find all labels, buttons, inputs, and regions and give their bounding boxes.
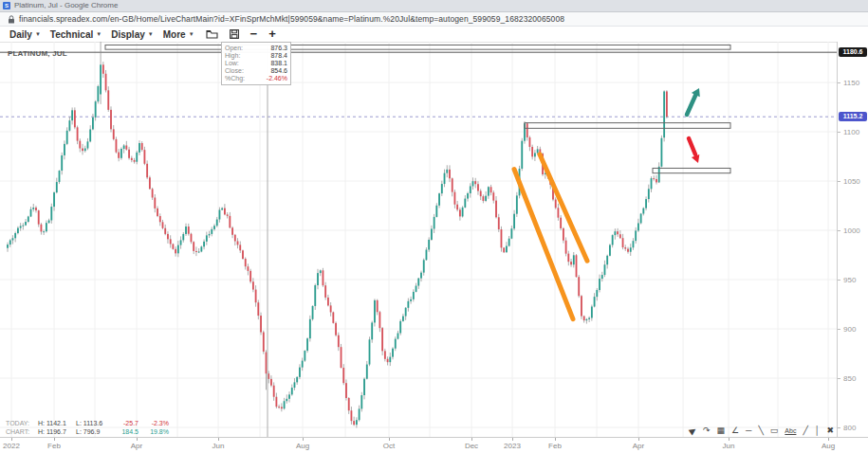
candle-up (534, 153, 536, 156)
candle-up (89, 129, 91, 141)
time-tick-label: Jun (723, 442, 735, 450)
text-tool-icon[interactable]: Abc (785, 426, 796, 436)
candle-up (216, 220, 218, 226)
time-tick-label: Apr (633, 442, 644, 450)
candle-up (633, 241, 635, 247)
candle-up (407, 301, 409, 308)
candle-down (125, 145, 127, 149)
candle-down (257, 302, 259, 316)
candle-up (537, 149, 539, 153)
candle-up (66, 131, 68, 144)
candle-down (379, 312, 381, 328)
candle-down (570, 262, 572, 264)
candle-down (157, 208, 158, 216)
open-chart-button[interactable] (206, 29, 218, 39)
browser-titlebar[interactable]: S Platinum, Jul - Google Chrome (0, 0, 868, 12)
candle-up (9, 240, 11, 245)
chart-change: 184.5 (114, 427, 139, 436)
candle-up (599, 279, 600, 290)
cursor-tool-icon[interactable]: ▶ (687, 425, 698, 437)
elbow-line-tool-icon[interactable]: ↷ (703, 426, 711, 436)
delete-tool-icon[interactable]: ✖ (826, 426, 834, 436)
candle-up (61, 155, 63, 171)
candle-down (454, 192, 456, 205)
time-tick-mark (828, 438, 829, 441)
candle-down (501, 229, 503, 247)
candle-up (71, 110, 73, 120)
chart-change-pct: 19.8% (144, 427, 169, 436)
candle-down (492, 192, 494, 200)
candle-down (191, 234, 193, 243)
menu-technical[interactable]: Technical ▼ (50, 29, 102, 40)
candle-up (614, 231, 616, 235)
candle-up (294, 382, 296, 388)
candle-up (586, 319, 588, 320)
candle-up (28, 216, 29, 222)
candle-up (100, 64, 102, 94)
price-tick-mark (838, 329, 840, 330)
price-tick-mark (838, 181, 840, 182)
candle-down (480, 190, 482, 196)
candle-up (371, 322, 373, 339)
grid-tool-icon[interactable]: ▦ (716, 426, 725, 436)
time-tick-label: Apr (131, 442, 142, 450)
menu-display[interactable]: Display ▼ (111, 29, 154, 40)
menu-more[interactable]: More ▼ (163, 29, 194, 40)
candle-down (245, 259, 247, 266)
candle-down (116, 139, 118, 153)
rectangle-tool-icon[interactable]: ▭ (770, 426, 779, 436)
chart-canvas[interactable] (0, 42, 837, 437)
ray-tool-icon[interactable]: ╱ (803, 426, 807, 436)
price-tick-mark (838, 230, 840, 231)
zoom-in-button[interactable]: + (268, 27, 276, 41)
candle-down (105, 74, 107, 91)
candle-down (260, 316, 262, 332)
candle-up (97, 86, 99, 101)
save-chart-button[interactable] (230, 29, 239, 39)
chart-toolbar: Daily ▼ Technical ▼ Display ▼ More ▼ − + (0, 27, 868, 43)
zoom-out-button[interactable]: − (250, 27, 258, 41)
candle-up (25, 222, 27, 226)
candle-up (304, 351, 305, 361)
candle-down (578, 277, 580, 296)
today-change: -25.7 (114, 419, 139, 427)
candle-down (474, 181, 476, 184)
time-tick-mark (218, 438, 219, 441)
candle-up (200, 246, 202, 251)
candle-down (558, 208, 560, 217)
tooltip-open-value: 876.3 (270, 45, 287, 52)
candle-up (413, 292, 415, 299)
url-text[interactable]: financials.spreadex.com/en-GB/Home/LiveC… (19, 14, 564, 24)
candle-up (288, 394, 290, 398)
candle-down (255, 290, 257, 303)
today-label: TODAY: (6, 419, 38, 427)
hline-tool-icon[interactable]: ─ (746, 426, 751, 436)
candle-up (320, 270, 322, 273)
candle-down (82, 149, 83, 152)
candle-up (312, 306, 314, 319)
candle-up (596, 290, 598, 297)
fan-lines-tool-icon[interactable]: ∠ (731, 426, 739, 436)
chevron-down-icon: ▼ (148, 31, 154, 37)
price-tick-label: 950 (843, 276, 856, 284)
candle-down (249, 271, 251, 281)
time-tick-label: Aug (822, 442, 835, 450)
price-axis[interactable]: 11501100105010009509008508001180.61115.2 (837, 42, 868, 437)
symbol-label: PLATINUM, JUL (8, 49, 67, 58)
time-axis[interactable]: 2022FebAprJunAugOctDec2023FebAprJunAug (0, 437, 868, 453)
candle-up (438, 193, 440, 206)
candle-up (428, 240, 430, 250)
chart-high: H: 1196.7 (38, 427, 76, 436)
candle-down (141, 143, 143, 150)
candle-up (640, 213, 642, 223)
current-price-badge: 1115.2 (839, 112, 867, 121)
candle-up (604, 264, 606, 275)
candle-up (508, 239, 510, 246)
candle-down (239, 245, 241, 250)
trendline-tool-icon[interactable]: ╲ (758, 426, 763, 436)
candle-up (12, 238, 14, 240)
candle-down (384, 351, 386, 358)
menu-daily[interactable]: Daily ▼ (9, 29, 41, 40)
candle-up (397, 333, 399, 338)
annotation-rectangle (653, 168, 730, 172)
